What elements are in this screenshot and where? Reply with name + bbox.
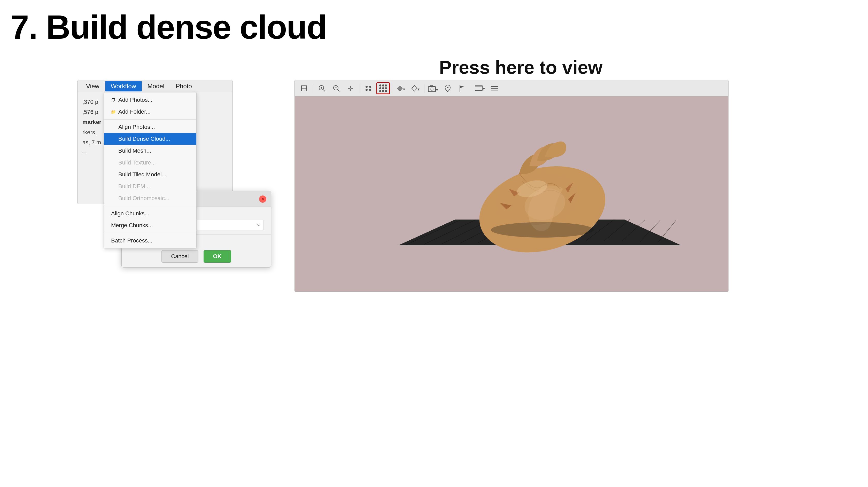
- shape-fill-button[interactable]: ▾: [394, 83, 408, 94]
- zoom-out-button[interactable]: [330, 83, 343, 94]
- svg-text:▾: ▾: [483, 87, 485, 91]
- svg-line-9: [338, 90, 339, 91]
- shape-outline-button[interactable]: ▾: [409, 83, 422, 94]
- svg-marker-11: [397, 86, 402, 91]
- add-photos-icon: 🖼: [111, 98, 116, 102]
- page-title: 7. Build dense cloud: [10, 8, 327, 46]
- dropdown-build-tiled-model[interactable]: Build Tiled Model...: [104, 169, 196, 181]
- svg-text:▾: ▾: [436, 88, 438, 92]
- svg-point-19: [447, 87, 448, 88]
- svg-text:▾: ▾: [417, 87, 420, 91]
- dropdown-align-chunks[interactable]: Align Chunks...: [104, 207, 196, 220]
- svg-text:▾: ▾: [403, 87, 405, 91]
- menu-item-workflow[interactable]: Workflow: [105, 81, 142, 91]
- dropdown-build-dem: Build DEM...: [104, 181, 196, 192]
- dropdown-add-folder[interactable]: 📁 Add Folder...: [104, 106, 196, 118]
- build-texture-icon: [111, 160, 116, 165]
- dense-cloud-button[interactable]: [376, 83, 390, 94]
- svg-line-6: [323, 90, 325, 91]
- display-button[interactable]: ▾: [473, 83, 487, 94]
- camera-button[interactable]: ▾: [427, 83, 440, 94]
- dropdown-add-photos[interactable]: 🖼 Add Photos...: [104, 94, 196, 106]
- display-icon: ▾: [474, 85, 486, 92]
- dropdown-batch-process[interactable]: Batch Process...: [104, 235, 196, 247]
- separator-1: [313, 84, 313, 93]
- divider-2: [104, 206, 196, 206]
- marker-button[interactable]: [441, 83, 455, 94]
- svg-marker-21: [460, 86, 464, 88]
- build-orthomosaic-icon: [111, 196, 116, 201]
- stack-button[interactable]: [488, 83, 501, 94]
- build-dem-icon: [111, 184, 116, 189]
- marker-icon: [444, 85, 451, 92]
- svg-point-53: [491, 222, 594, 237]
- separator-4: [424, 84, 425, 93]
- svg-rect-23: [475, 86, 482, 87]
- pan-icon: ✛: [347, 85, 355, 92]
- zoom-out-icon: [333, 85, 340, 92]
- shape-fill-icon: ▾: [396, 85, 406, 92]
- add-folder-icon: 📁: [111, 109, 116, 114]
- svg-text:✛: ✛: [347, 85, 353, 92]
- dropdown-build-mesh[interactable]: Build Mesh...: [104, 145, 196, 157]
- divider-1: [104, 119, 196, 120]
- cancel-button[interactable]: Cancel: [161, 250, 198, 263]
- dropdown-menu: 🖼 Add Photos... 📁 Add Folder... Align Ph…: [103, 92, 196, 249]
- separator-2: [360, 84, 360, 93]
- stack-icon: [490, 85, 499, 92]
- dialog-buttons: Cancel OK: [122, 247, 271, 267]
- separator-3: [392, 84, 392, 93]
- menu-bar: View Workflow Model Photo: [78, 80, 232, 92]
- sparse-cloud-button[interactable]: [362, 83, 375, 94]
- svg-marker-13: [412, 86, 417, 91]
- build-mesh-icon: [111, 149, 116, 153]
- flag-button[interactable]: [456, 83, 469, 94]
- viewport-toolbar: ✛ ▾: [295, 80, 728, 96]
- sparse-dots-icon: [366, 86, 372, 91]
- crop-icon: [301, 85, 308, 92]
- shape-outline-icon: ▾: [411, 85, 420, 92]
- pan-button[interactable]: ✛: [344, 83, 358, 94]
- dialog-close-button[interactable]: ×: [259, 195, 266, 203]
- zoom-in-icon: [318, 85, 326, 92]
- app-window: View Workflow Model Photo ,370 p ,576 p …: [78, 80, 232, 204]
- align-photos-icon: [111, 125, 116, 129]
- left-panel: View Workflow Model Photo ,370 p ,576 p …: [78, 80, 287, 271]
- 3d-viewport[interactable]: [295, 96, 728, 292]
- zoom-in-button[interactable]: [315, 83, 329, 94]
- dropdown-align-photos[interactable]: Align Photos...: [104, 121, 196, 133]
- dropdown-merge-chunks[interactable]: Merge Chunks...: [104, 220, 196, 231]
- camera-icon: ▾: [428, 85, 439, 92]
- flag-icon: [459, 85, 466, 92]
- dense-dots-icon: [379, 85, 387, 92]
- menu-item-view[interactable]: View: [80, 81, 105, 91]
- menu-item-photo[interactable]: Photo: [170, 81, 197, 91]
- dropdown-build-dense-cloud[interactable]: Build Dense Cloud...: [104, 133, 196, 145]
- svg-point-17: [431, 88, 433, 90]
- dropdown-build-texture: Build Texture...: [104, 157, 196, 169]
- right-panel-3d-viewer: ✛ ▾: [294, 80, 728, 292]
- ok-button[interactable]: OK: [204, 250, 231, 263]
- build-tiled-model-icon: [111, 172, 116, 177]
- build-dense-cloud-icon: [111, 137, 116, 141]
- menu-item-model[interactable]: Model: [142, 81, 170, 91]
- svg-rect-15: [428, 87, 436, 92]
- press-here-label: Press here to view: [439, 57, 602, 78]
- 3d-scene-svg: [295, 96, 728, 292]
- dropdown-build-orthomosaic: Build Orthomosaic...: [104, 192, 196, 204]
- crop-tool-button[interactable]: [297, 83, 311, 94]
